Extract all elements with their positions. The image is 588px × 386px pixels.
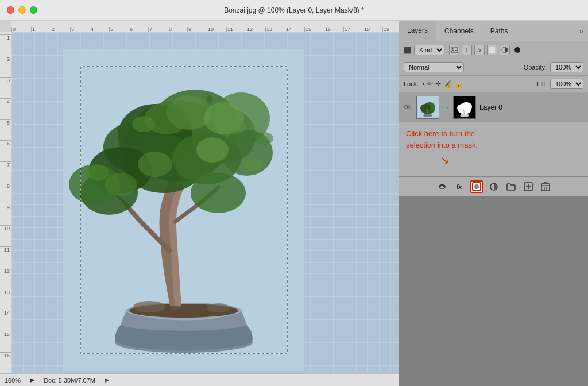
canvas-area: 0 1 2 3 4 5 6 7 8 9 10 11 12 13 14 15 16… — [0, 21, 399, 386]
svg-point-44 — [457, 104, 467, 112]
ruler-left-mark: 5 — [0, 119, 11, 141]
lock-icons: ▪ ✏ ✛ 🔏 🔒 — [422, 80, 462, 88]
filter-icon-image[interactable] — [449, 45, 459, 55]
svg-rect-33 — [451, 47, 458, 53]
filter-icon-adjustment[interactable] — [500, 45, 510, 55]
main-area: 0 1 2 3 4 5 6 7 8 9 10 11 12 13 14 15 16… — [0, 21, 588, 386]
ruler-left-mark: 1 — [0, 34, 11, 56]
ruler-left-mark: 13 — [0, 289, 11, 310]
ruler-mark: 7 — [148, 27, 168, 32]
title-bar: Bonzai.jpg @ 100% (Layer 0, Layer Mask/8… — [0, 0, 588, 21]
layer-name-0: Layer 0 — [479, 103, 583, 111]
layer-row-0[interactable]: 👁 🔗 — [399, 92, 588, 122]
canvas-content[interactable] — [11, 32, 399, 373]
panels-area: Layers Channels Paths » ⬛ Kind — [399, 21, 588, 386]
lock-label: Lock: — [404, 80, 419, 87]
filter-icon-text[interactable]: T — [462, 45, 472, 55]
ruler-mark: 4 — [90, 27, 109, 32]
ruler-top: 0 1 2 3 4 5 6 7 8 9 10 11 12 13 14 15 16… — [0, 21, 399, 32]
zoom-level: 100% — [5, 377, 21, 384]
maximize-button[interactable] — [30, 6, 37, 14]
filter-kind-select[interactable]: Kind — [414, 45, 444, 55]
layer-add-button[interactable] — [522, 180, 535, 193]
blend-mode-select[interactable]: Normal Dissolve Multiply Screen — [404, 62, 464, 72]
svg-point-26 — [86, 165, 109, 181]
ruler-left-mark: 7 — [0, 161, 11, 183]
ruler-mark: 16 — [324, 27, 343, 32]
minimize-button[interactable] — [18, 6, 26, 14]
ruler-left-mark: 6 — [0, 140, 11, 161]
tab-channels[interactable]: Channels — [436, 21, 482, 41]
ruler-corner — [0, 21, 11, 32]
layer-link-button[interactable] — [436, 180, 448, 193]
svg-point-24 — [225, 120, 246, 134]
lock-all-icon[interactable]: 🔒 — [454, 80, 463, 88]
ruler-left-mark: 14 — [0, 310, 11, 331]
lock-pixels-icon[interactable]: ✏ — [427, 80, 433, 88]
ruler-mark: 3 — [70, 27, 90, 32]
ruler-mark: 8 — [168, 27, 187, 32]
blend-mode-row: Normal Dissolve Multiply Screen Opacity:… — [399, 59, 588, 76]
filter-dot — [514, 47, 520, 53]
ruler-mark: 18 — [363, 27, 382, 32]
layer-adjustment-button[interactable] — [488, 180, 500, 193]
filter-row: ⬛ Kind T fx ⬜ — [399, 41, 588, 59]
fill-label: Fill: — [537, 80, 547, 87]
svg-point-29 — [207, 303, 230, 312]
svg-point-25 — [255, 132, 273, 145]
svg-point-20 — [138, 152, 172, 177]
ruler-mark: 14 — [285, 27, 304, 32]
status-bar: 100% ▶ Doc: 5.30M/7.07M ▶ — [0, 373, 399, 386]
svg-point-47 — [474, 184, 479, 189]
panel-tabs-more[interactable]: » — [574, 21, 588, 41]
ruler-mark: 19 — [382, 27, 399, 32]
layer-fx-button[interactable]: fx — [453, 180, 466, 193]
svg-point-45 — [460, 114, 469, 117]
opacity-select[interactable]: 100% — [550, 62, 583, 72]
layer-mask-button[interactable] — [470, 180, 483, 193]
layer-delete-button[interactable] — [539, 180, 552, 193]
lock-row: Lock: ▪ ✏ ✛ 🔏 🔒 Fill: 100% — [399, 76, 588, 92]
window-title: Bonzai.jpg @ 100% (Layer 0, Layer Mask/8… — [224, 6, 364, 14]
doc-info: Doc: 5.30M/7.07M — [44, 377, 95, 384]
ruler-left-mark: 11 — [0, 246, 11, 268]
gray-rest-area — [399, 196, 588, 386]
ruler-left-mark: 10 — [0, 225, 11, 246]
lock-position-icon[interactable]: ✛ — [435, 80, 441, 88]
tab-layers[interactable]: Layers — [399, 21, 436, 41]
svg-point-34 — [452, 48, 454, 50]
filter-label: ⬛ — [404, 47, 412, 54]
layer-group-button[interactable] — [505, 180, 517, 193]
ruler-left-mark: 9 — [0, 204, 11, 225]
filter-icon-shape[interactable]: ⬜ — [487, 45, 497, 55]
ruler-left: 1 2 3 4 5 6 7 8 9 10 11 12 13 14 15 16 — [0, 32, 11, 373]
filter-icon-fx[interactable]: fx — [474, 45, 485, 55]
ruler-left-mark: 12 — [0, 268, 11, 289]
svg-point-16 — [191, 173, 246, 213]
panel-tabs: Layers Channels Paths » — [399, 21, 588, 41]
ruler-left-mark: 15 — [0, 331, 11, 352]
annotation-area: Click here to turn theselection into a m… — [399, 122, 588, 174]
close-button[interactable] — [7, 6, 14, 14]
fill-select[interactable]: 100% — [550, 79, 583, 89]
annotation-text: Click here to turn theselection into a m… — [406, 129, 478, 149]
status-separator: ▶ — [30, 376, 34, 384]
svg-point-23 — [132, 116, 155, 132]
ruler-mark: 5 — [109, 27, 129, 32]
canvas-wrapper: 1 2 3 4 5 6 7 8 9 10 11 12 13 14 15 16 — [0, 32, 399, 373]
ruler-left-mark: 3 — [0, 77, 11, 98]
layer-visibility-icon[interactable]: 👁 — [404, 103, 413, 112]
lock-artboard-icon[interactable]: 🔏 — [443, 80, 452, 88]
ruler-mark: 2 — [51, 27, 70, 32]
svg-point-30 — [167, 306, 184, 312]
bonsai-image — [63, 49, 304, 371]
ruler-mark: 0 — [11, 27, 31, 32]
status-arrow[interactable]: ▶ — [105, 376, 109, 384]
opacity-label: Opacity: — [524, 64, 547, 71]
lock-transparent-icon[interactable]: ▪ — [422, 80, 424, 88]
svg-point-40 — [423, 114, 432, 117]
tab-paths[interactable]: Paths — [482, 21, 517, 41]
ruler-mark: 6 — [129, 27, 148, 32]
ruler-mark: 13 — [265, 27, 285, 32]
svg-point-28 — [133, 301, 165, 312]
